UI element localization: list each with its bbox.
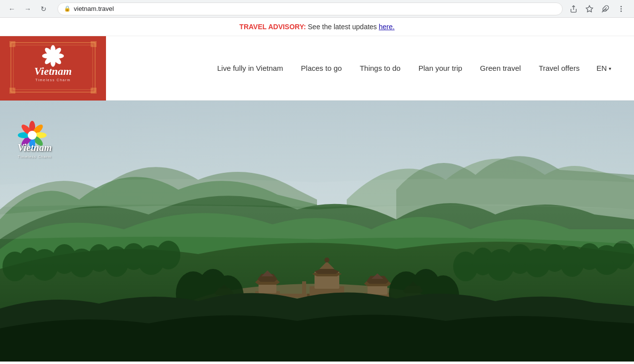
svg-point-2 bbox=[621, 8, 621, 9]
svg-rect-18 bbox=[91, 41, 97, 47]
svg-text:Vietnam: Vietnam bbox=[18, 142, 52, 153]
browser-nav-buttons: ← → ↻ bbox=[6, 3, 50, 15]
svg-point-1 bbox=[621, 6, 621, 6]
logo-container[interactable]: Vietnam Timeless Charm bbox=[0, 36, 106, 101]
nav-link-travel-offers[interactable]: Travel offers bbox=[530, 36, 589, 100]
svg-point-32 bbox=[157, 241, 180, 269]
advisory-text: See the latest updates bbox=[308, 23, 379, 31]
hero-background bbox=[0, 101, 634, 362]
svg-rect-20 bbox=[91, 88, 97, 94]
advisory-link[interactable]: here. bbox=[379, 23, 395, 31]
hero-section: Vietnam Timeless Charm bbox=[0, 101, 634, 362]
browser-chrome: ← → ↻ 🔒 vietnam.travel bbox=[0, 0, 634, 18]
logo-svg: Vietnam Timeless Charm bbox=[8, 40, 98, 95]
svg-text:Timeless Charm: Timeless Charm bbox=[18, 155, 52, 159]
hero-overlay-logo: Vietnam Timeless Charm bbox=[10, 110, 59, 170]
hero-logo-svg: Vietnam Timeless Charm bbox=[10, 110, 59, 170]
svg-text:Timeless Charm: Timeless Charm bbox=[35, 78, 71, 82]
share-button[interactable] bbox=[567, 2, 581, 16]
nav-links: Live fully in Vietnam Places to go Thing… bbox=[106, 36, 619, 100]
browser-actions bbox=[567, 2, 628, 16]
reload-button[interactable]: ↻ bbox=[38, 3, 50, 15]
nav-link-things-to-do[interactable]: Things to do bbox=[351, 36, 410, 100]
menu-button[interactable] bbox=[614, 2, 628, 16]
nav-link-green-travel[interactable]: Green travel bbox=[471, 36, 530, 100]
svg-point-91 bbox=[28, 131, 37, 140]
lock-icon: 🔒 bbox=[64, 5, 71, 12]
svg-point-3 bbox=[621, 11, 621, 11]
logo: Vietnam Timeless Charm bbox=[8, 40, 98, 97]
chevron-down-icon: ▾ bbox=[609, 66, 611, 71]
lang-label: EN bbox=[596, 64, 607, 72]
bookmark-button[interactable] bbox=[582, 2, 596, 16]
navbar: Vietnam Timeless Charm Live fully in Vie… bbox=[0, 36, 634, 101]
forward-button[interactable]: → bbox=[22, 3, 34, 15]
svg-marker-0 bbox=[586, 5, 592, 12]
extensions-button[interactable] bbox=[598, 2, 612, 16]
svg-rect-46 bbox=[302, 281, 306, 299]
svg-point-14 bbox=[49, 52, 57, 60]
nav-link-plan-your-trip[interactable]: Plan your trip bbox=[410, 36, 471, 100]
svg-rect-17 bbox=[9, 41, 15, 47]
address-bar[interactable]: 🔒 vietnam.travel bbox=[57, 2, 563, 15]
svg-point-42 bbox=[611, 241, 634, 269]
advisory-label: TRAVEL ADVISORY: bbox=[239, 23, 306, 31]
nav-link-places-to-go[interactable]: Places to go bbox=[292, 36, 351, 100]
url-text: vietnam.travel bbox=[74, 5, 114, 12]
svg-rect-19 bbox=[9, 88, 15, 94]
back-button[interactable]: ← bbox=[6, 3, 18, 15]
advisory-banner: TRAVEL ADVISORY: See the latest updates … bbox=[0, 18, 634, 36]
lang-selector[interactable]: EN ▾ bbox=[588, 36, 619, 100]
svg-point-54 bbox=[324, 258, 329, 262]
svg-text:Vietnam: Vietnam bbox=[34, 65, 72, 77]
nav-link-live-fully[interactable]: Live fully in Vietnam bbox=[208, 36, 292, 100]
